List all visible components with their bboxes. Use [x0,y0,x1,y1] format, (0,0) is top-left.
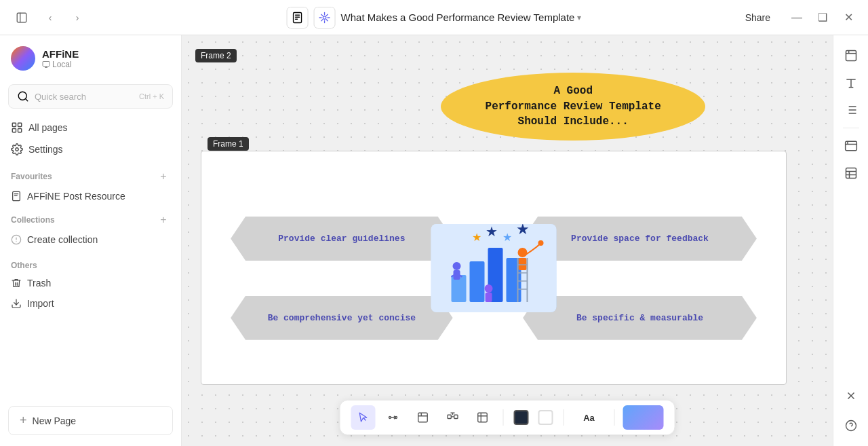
illustration-svg: ★ ★ ★ ★ [431,224,557,312]
maximize-button[interactable]: ❑ [814,9,831,26]
toolbar-separator-3 [614,409,615,426]
svg-point-6 [323,16,326,19]
rt-text-icon [844,76,858,90]
new-page-button[interactable]: + New Page [8,406,173,435]
svg-text:★: ★ [516,224,530,238]
svg-point-15 [16,148,19,151]
sidebar-item-settings[interactable]: Settings [5,138,176,160]
svg-text:★: ★ [502,231,512,243]
doc-title-area[interactable]: What Makes a Good Performance Review Tem… [341,12,582,23]
sidebar-item-trash[interactable]: Trash [5,273,176,293]
favourites-section-header: Favourites + [0,163,181,186]
nav-forward-button[interactable]: › [68,8,87,27]
svg-rect-53 [448,415,451,418]
select-tool-button[interactable] [351,405,376,430]
share-button[interactable]: Share [736,8,780,27]
sidebar-toggle-button[interactable] [11,7,33,29]
topbar: ‹ › What Makes a Good Performance Review… [0,0,868,35]
doc-icon[interactable] [287,7,309,29]
sidebar-item-create-collection[interactable]: Create collection [0,229,181,250]
search-text: Quick search [35,92,134,102]
right-toolbar [833,35,868,446]
white-swatch-preview [538,410,553,425]
close-icon [845,390,857,402]
minimize-button[interactable]: — [788,9,806,26]
topbar-left: ‹ › [11,7,87,29]
sidebar-item-affine-post[interactable]: AFFiNE Post Resource [0,186,181,206]
import-icon [11,298,22,309]
svg-rect-0 [17,13,26,22]
info-icon [11,234,22,245]
group-icon [447,411,459,424]
user-section: AFFiNE Local [0,35,181,81]
rt-help-button[interactable] [839,413,863,438]
toolbar-separator-1 [503,409,504,426]
search-shortcut: Ctrl + K [139,92,164,100]
frame-icon [417,411,429,424]
white-color-swatch[interactable] [536,405,555,430]
rt-close-button[interactable] [839,384,863,408]
search-bar[interactable]: Quick search Ctrl + K [8,84,173,109]
avatar [11,46,35,71]
rt-frame-button[interactable] [839,43,863,68]
svg-rect-37 [519,258,527,270]
topbar-right: Share — ❑ ✕ [736,8,857,27]
dark-swatch-preview [514,410,529,425]
svg-rect-59 [846,51,856,61]
bottom-toolbar: Aa [340,400,675,435]
svg-rect-14 [18,129,22,132]
main-layout: AFFiNE Local Quick search Ctrl + K All p… [0,35,868,446]
dark-color-swatch[interactable] [512,405,531,430]
group-tool-button[interactable] [441,405,465,430]
rt-list-button[interactable] [839,98,863,122]
rt-layout-icon [844,166,858,180]
diamond-bottom-left: Be comprehensive yet concise [231,296,453,340]
topbar-center: What Makes a Good Performance Review Tem… [287,7,582,29]
edgeless-icon[interactable] [314,7,336,29]
favourites-add-button[interactable]: + [157,170,170,183]
rt-list-icon [844,103,858,117]
oval-header: A Good Performance Review Template Shoul… [441,73,705,141]
svg-rect-58 [478,413,488,422]
frame-tool-button[interactable] [411,405,435,430]
nav-back-button[interactable]: ‹ [41,8,60,27]
svg-rect-7 [43,61,50,66]
svg-rect-54 [454,415,458,418]
svg-point-36 [518,248,528,257]
svg-rect-2 [294,12,302,22]
svg-rect-74 [846,168,856,179]
svg-rect-71 [845,141,856,150]
chevron-down-icon: ▾ [577,13,581,22]
center-illustration: ★ ★ ★ ★ [431,224,557,312]
connect-tool-button[interactable] [381,405,406,430]
others-label: Others [5,255,176,273]
rt-separator-1 [843,128,859,128]
user-info: AFFiNE Local [42,48,79,69]
others-section: Others Trash Import [0,250,181,314]
diamond-top-right: Provide space for feedback [523,217,757,261]
sidebar-nav: All pages Settings [0,114,181,163]
close-button[interactable]: ✕ [840,9,857,26]
note-icon [477,411,489,424]
svg-rect-50 [418,413,428,422]
rt-code-icon [844,139,858,153]
style-preview[interactable] [623,405,664,430]
frame2-label: Frame 2 [195,49,237,62]
note-tool-button[interactable] [471,405,495,430]
canvas-area[interactable]: Frame 2 A Good Performance Review Templa… [182,35,833,446]
svg-rect-16 [13,191,20,200]
collections-add-button[interactable]: + [157,213,170,227]
collections-label: Collections [11,215,55,225]
pages-icon [11,122,23,134]
page-icon [11,191,22,202]
connect-icon [387,411,399,424]
svg-point-47 [389,417,391,419]
font-tool-button[interactable]: Aa [572,405,606,430]
rt-layout-button[interactable] [839,161,863,185]
toolbar-separator-2 [564,409,564,426]
sidebar-item-import[interactable]: Import [5,293,176,314]
rt-code-button[interactable] [839,134,863,158]
user-workspace: Local [42,60,79,69]
rt-text-button[interactable] [839,71,863,95]
sidebar-item-all-pages[interactable]: All pages [5,117,176,138]
